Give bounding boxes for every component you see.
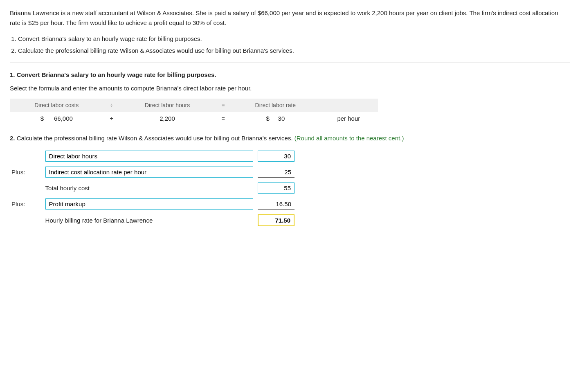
row5-desc: Hourly billing rate for Brianna Lawrence (44, 212, 255, 229)
row1-value-input[interactable] (258, 151, 294, 162)
row4-desc (44, 196, 255, 212)
question-2: Calculate the professional billing rate … (18, 46, 570, 56)
row1-desc (44, 148, 255, 164)
row2-value-input[interactable] (258, 167, 294, 178)
header-spacer (319, 99, 378, 112)
divider (10, 63, 570, 63)
row3-value-input[interactable] (258, 182, 294, 194)
row4-desc-input[interactable] (45, 198, 253, 210)
row2-value-cell (255, 164, 296, 180)
section2-text: Calculate the professional billing rate … (17, 135, 293, 142)
row3-desc: Total hourly cost (44, 180, 255, 196)
header-direct-labor-costs: Direct labor costs (10, 99, 103, 112)
section2-bold: 2. (10, 135, 15, 142)
billing-row-2: Plus: (10, 164, 296, 180)
header-divide-1: ÷ (103, 99, 120, 112)
row5-value-input[interactable] (258, 214, 294, 226)
formula-result-dollar: $ 30 (232, 112, 319, 125)
billing-table: Plus: Total hourly cost Plus: Hourly bil… (10, 148, 296, 229)
formula-divide-1: ÷ (103, 112, 120, 125)
section1-title: 1. Convert Brianna's salary to an hourly… (10, 70, 570, 80)
row4-value-input[interactable] (258, 199, 294, 210)
row4-value-cell (255, 196, 296, 212)
row3-prefix (10, 180, 44, 196)
formula-hours: 2,200 (120, 112, 215, 125)
formula-per-hour: per hour (319, 112, 378, 125)
section1-subtitle: Select the formula and enter the amounts… (10, 84, 570, 93)
header-direct-labor-rate: Direct labor rate (232, 99, 319, 112)
billing-row-1 (10, 148, 296, 164)
row4-prefix: Plus: (10, 196, 44, 212)
billing-row-4: Plus: (10, 196, 296, 212)
row3-value-cell (255, 180, 296, 196)
header-equals-1: = (215, 99, 232, 112)
header-direct-labor-hours: Direct labor hours (120, 99, 215, 112)
row2-desc-input[interactable] (45, 167, 253, 178)
row1-value-cell (255, 148, 296, 164)
row5-value-cell (255, 212, 296, 229)
billing-row-3: Total hourly cost (10, 180, 296, 196)
formula-equals-1: = (215, 112, 232, 125)
formula-dollar-1: $ 66,000 (10, 112, 103, 125)
questions-section: Convert Brianna's salary to an hourly wa… (10, 34, 570, 55)
intro-paragraph: Brianna Lawrence is a new staff accounta… (10, 8, 570, 28)
row2-desc (44, 164, 255, 180)
row1-desc-input[interactable] (45, 151, 253, 162)
section2-green: (Round all amounts to the nearest cent.) (294, 135, 404, 142)
billing-row-5: Hourly billing rate for Brianna Lawrence (10, 212, 296, 229)
row5-prefix (10, 212, 44, 229)
section2-title: 2. Calculate the professional billing ra… (10, 133, 570, 143)
formula-table: Direct labor costs ÷ Direct labor hours … (10, 99, 378, 125)
row1-prefix (10, 148, 44, 164)
question-1: Convert Brianna's salary to an hourly wa… (18, 34, 570, 44)
row2-prefix: Plus: (10, 164, 44, 180)
